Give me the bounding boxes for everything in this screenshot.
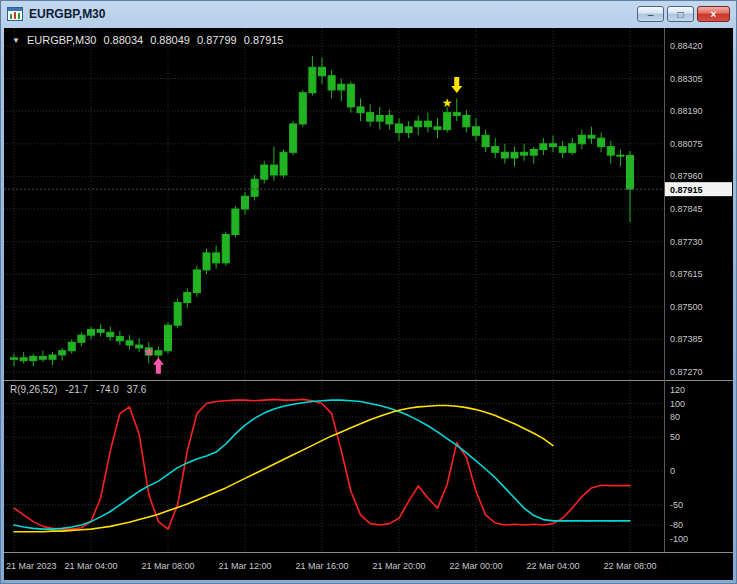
chart-client-area: 21 Mar 202321 Mar 04:0021 Mar 08:0021 Ma…: [4, 28, 733, 580]
svg-text:★: ★: [442, 96, 453, 110]
svg-text:50: 50: [670, 432, 680, 442]
ohlc-low: 0.87799: [197, 34, 237, 46]
symbol-dropdown-icon[interactable]: ▼: [12, 36, 20, 45]
maximize-button[interactable]: □: [667, 6, 694, 22]
indicator-value-2: -74.0: [96, 384, 119, 395]
svg-text:0.87915: 0.87915: [670, 185, 703, 195]
indicator-value-1: -21.7: [65, 384, 88, 395]
svg-text:-100: -100: [670, 534, 688, 544]
svg-text:22 Mar 04:00: 22 Mar 04:00: [526, 561, 579, 571]
svg-text:21 Mar 16:00: 21 Mar 16:00: [295, 561, 348, 571]
indicator-label: R(9,26,52) -21.7 -74.0 37.6: [10, 384, 146, 395]
svg-text:21 Mar 2023: 21 Mar 2023: [6, 561, 57, 571]
svg-text:0.88190: 0.88190: [670, 106, 703, 116]
svg-text:21 Mar 12:00: 21 Mar 12:00: [218, 561, 271, 571]
svg-text:0.88420: 0.88420: [670, 41, 703, 51]
window-title: EURGBP,M30: [29, 7, 105, 21]
minimize-button[interactable]: –: [637, 6, 664, 22]
title-bar[interactable]: EURGBP,M30 – □ ×: [4, 0, 733, 28]
symbol-label: EURGBP,M30: [27, 34, 97, 46]
chart-ohlc-overlay: ▼ EURGBP,M30 0.88034 0.88049 0.87799 0.8…: [12, 34, 283, 46]
ohlc-open: 0.88034: [103, 34, 143, 46]
svg-text:0.87615: 0.87615: [670, 269, 703, 279]
svg-text:0.87845: 0.87845: [670, 204, 703, 214]
window-icon: [7, 7, 23, 21]
svg-text:0.88075: 0.88075: [670, 139, 703, 149]
svg-text:0.87730: 0.87730: [670, 237, 703, 247]
svg-text:-50: -50: [670, 500, 683, 510]
svg-text:0.87385: 0.87385: [670, 334, 703, 344]
svg-text:22 Mar 00:00: 22 Mar 00:00: [449, 561, 502, 571]
indicator-name: R(9,26,52): [10, 384, 57, 395]
application-window: EURGBP,M30 – □ × 21 Mar 202321 Mar 04:00…: [0, 0, 737, 584]
svg-text:0.87500: 0.87500: [670, 302, 703, 312]
window-controls: – □ ×: [637, 6, 730, 22]
svg-text:21 Mar 20:00: 21 Mar 20:00: [372, 561, 425, 571]
svg-text:★: ★: [143, 345, 154, 359]
ohlc-high: 0.88049: [150, 34, 190, 46]
svg-text:21 Mar 04:00: 21 Mar 04:00: [64, 561, 117, 571]
svg-text:21 Mar 08:00: 21 Mar 08:00: [141, 561, 194, 571]
ohlc-close: 0.87915: [244, 34, 284, 46]
indicator-value-3: 37.6: [127, 384, 146, 395]
candlestick-chart[interactable]: 21 Mar 202321 Mar 04:0021 Mar 08:0021 Ma…: [4, 28, 733, 580]
svg-text:80: 80: [670, 412, 680, 422]
svg-text:0.87270: 0.87270: [670, 367, 703, 377]
svg-text:-80: -80: [670, 520, 683, 530]
svg-text:22 Mar 08:00: 22 Mar 08:00: [603, 561, 656, 571]
svg-text:120: 120: [670, 385, 685, 395]
svg-text:0: 0: [670, 466, 675, 476]
svg-text:100: 100: [670, 399, 685, 409]
svg-text:0.88305: 0.88305: [670, 74, 703, 84]
svg-text:0.87960: 0.87960: [670, 171, 703, 181]
close-button[interactable]: ×: [697, 6, 730, 22]
